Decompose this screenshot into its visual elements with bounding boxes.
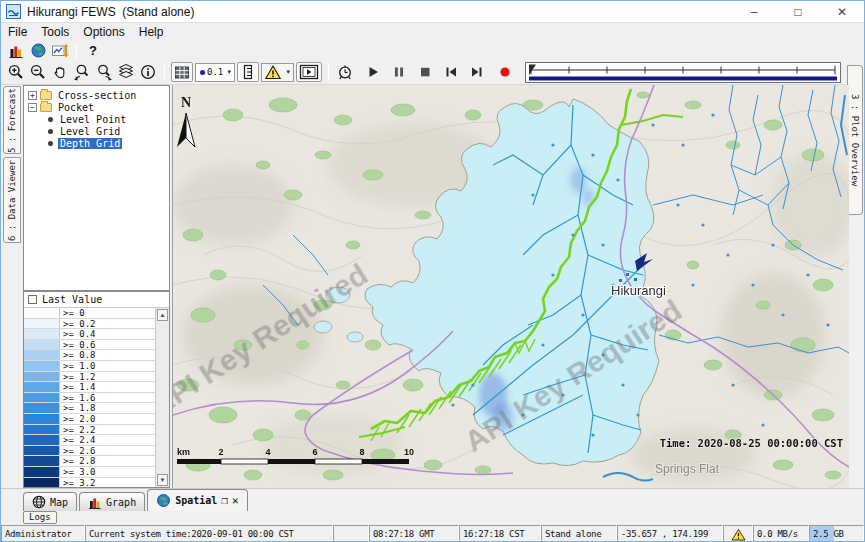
- legend-row[interactable]: >= 1.2: [24, 372, 156, 383]
- legend-swatch: [24, 329, 60, 339]
- stop-button[interactable]: [414, 62, 436, 82]
- legend-row-label: >= 2.0: [60, 414, 96, 424]
- legend-row[interactable]: >= 1.6: [24, 393, 156, 404]
- legend-row[interactable]: >= 0.8: [24, 350, 156, 361]
- zoom-in-button[interactable]: [5, 62, 27, 82]
- legend-row[interactable]: >= 2.4: [24, 435, 156, 446]
- tab-map[interactable]: Map: [23, 492, 77, 511]
- zoom-previous-icon: [73, 63, 91, 81]
- close-button[interactable]: ✕: [820, 1, 864, 22]
- map-display-button[interactable]: [27, 41, 49, 61]
- scroll-up-icon[interactable]: ▲: [157, 309, 168, 321]
- legend-row[interactable]: >= 2.6: [24, 446, 156, 457]
- status-gmt-time: 08:27:18 GMT: [369, 525, 459, 542]
- legend-row[interactable]: >= 0: [24, 308, 156, 319]
- tree-row[interactable]: Depth Grid: [24, 137, 169, 149]
- map-canvas[interactable]: API Key Required API Key Required Hikura…: [173, 85, 849, 488]
- expander-icon[interactable]: +: [28, 91, 37, 100]
- layers-button[interactable]: [115, 62, 137, 82]
- toolbar-separator: [76, 43, 77, 59]
- legend-swatch: [24, 414, 60, 424]
- logs-button[interactable]: Logs: [23, 511, 57, 524]
- classbreak-dropdown[interactable]: 0.1 ▼: [195, 63, 235, 82]
- scroll-down-icon[interactable]: ▼: [157, 474, 168, 486]
- legend-row[interactable]: >= 1.8: [24, 403, 156, 414]
- globe-icon: [156, 493, 171, 508]
- status-user: Administrator: [1, 525, 85, 542]
- status-warning-cell[interactable]: [723, 525, 753, 542]
- expander-icon[interactable]: −: [28, 103, 37, 112]
- record-button[interactable]: [494, 62, 516, 82]
- menubar: FileToolsOptionsHelp: [1, 23, 864, 41]
- animation-window-button[interactable]: [296, 62, 322, 82]
- tab-maximize-icon[interactable]: ❐: [221, 494, 228, 507]
- legend-row-label: >= 0.8: [60, 350, 96, 360]
- legend-swatch: [24, 467, 60, 477]
- sidebar-tab-plot-overview[interactable]: 3 : Plot Overview: [847, 65, 863, 215]
- grid-toggle-button[interactable]: [171, 62, 193, 82]
- pause-button[interactable]: [388, 62, 410, 82]
- help-button[interactable]: ?: [82, 41, 104, 61]
- maximize-button[interactable]: □: [776, 1, 820, 22]
- timeline-slider[interactable]: [525, 62, 841, 83]
- tree-row[interactable]: Level Grid: [24, 125, 169, 137]
- menu-item[interactable]: Help: [132, 24, 171, 40]
- tree-row[interactable]: − Pocket: [24, 101, 169, 113]
- zoom-out-button[interactable]: [27, 62, 49, 82]
- application-window: Hikurangi FEWS (Stand alone) – □ ✕ FileT…: [0, 0, 865, 542]
- legend-row[interactable]: >= 3.2: [24, 478, 156, 488]
- legend-row[interactable]: >= 1.4: [24, 382, 156, 393]
- legend-row[interactable]: >= 1.0: [24, 361, 156, 372]
- menu-item[interactable]: Options: [76, 24, 131, 40]
- legend-row[interactable]: >= 0.6: [24, 340, 156, 351]
- sidebar-tab-forecast[interactable]: 5 : Forecast: [3, 86, 21, 154]
- legend-row[interactable]: >= 2.8: [24, 456, 156, 467]
- legend-row[interactable]: >= 3.0: [24, 467, 156, 478]
- timeseries-display-button[interactable]: [49, 41, 71, 61]
- legend-row[interactable]: >= 2.0: [24, 414, 156, 425]
- legend-scrollbar[interactable]: ▲ ▼: [155, 308, 169, 487]
- toolbar-separator: [164, 64, 165, 80]
- pan-button[interactable]: [49, 62, 71, 82]
- tree-row[interactable]: Level Point: [24, 113, 169, 125]
- last-value-checkbox[interactable]: [28, 295, 37, 304]
- logs-row: Logs: [1, 511, 864, 525]
- menu-item[interactable]: Tools: [34, 24, 76, 40]
- step-forward-button[interactable]: [466, 62, 488, 82]
- filter-tree: + Cross-section − Pocket Level Point Lev…: [23, 85, 170, 291]
- tree-row[interactable]: + Cross-section: [24, 89, 169, 101]
- grid-icon: [174, 65, 190, 80]
- legend-row-label: >= 0.4: [60, 329, 96, 339]
- tree-item-label-selected: Depth Grid: [58, 138, 122, 149]
- step-back-button[interactable]: [440, 62, 462, 82]
- menu-item[interactable]: File: [1, 24, 34, 40]
- legend-row-label: >= 2.6: [60, 446, 96, 456]
- label-toggle-button[interactable]: [237, 62, 259, 82]
- tab-spatial[interactable]: Spatial ❐ ✕: [147, 489, 247, 511]
- status-empty: [333, 525, 369, 542]
- tab-close-icon[interactable]: ✕: [232, 494, 239, 507]
- tab-graph[interactable]: Graph: [79, 492, 145, 511]
- legend-swatch: [24, 478, 60, 488]
- svg-text:6: 6: [312, 447, 317, 457]
- legend-row[interactable]: >= 2.2: [24, 425, 156, 436]
- legend-row[interactable]: >= 0.4: [24, 329, 156, 340]
- sidebar-tab-data-viewer[interactable]: 6 : Data Viewer: [3, 157, 21, 243]
- statusbar: Administrator Current system time:2020-0…: [1, 525, 864, 542]
- legend-row-label: >= 2.8: [60, 456, 96, 466]
- explorer-button[interactable]: [5, 41, 27, 61]
- legend-swatch: [24, 350, 60, 360]
- play-button[interactable]: [362, 62, 384, 82]
- time-control-button[interactable]: [334, 62, 356, 82]
- globe-wire-icon: [32, 495, 46, 509]
- zoom-in-icon: [7, 63, 25, 81]
- status-download-speed: 0.0 MB/s: [753, 525, 809, 542]
- info-button[interactable]: [137, 62, 159, 82]
- timeline-track: [526, 63, 840, 82]
- zoom-previous-button[interactable]: [71, 62, 93, 82]
- minimize-button[interactable]: –: [732, 1, 776, 22]
- zoom-next-button[interactable]: [93, 62, 115, 82]
- thresholds-dropdown[interactable]: ▼: [261, 63, 294, 82]
- legend-row-label: >= 2.4: [60, 435, 96, 445]
- legend-row[interactable]: >= 0.2: [24, 319, 156, 330]
